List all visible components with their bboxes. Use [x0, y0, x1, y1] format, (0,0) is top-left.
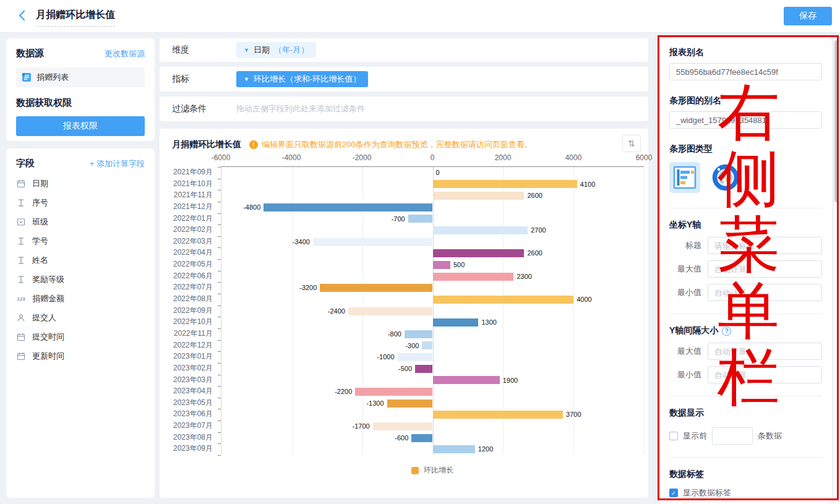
bar[interactable] [387, 399, 433, 408]
show-first-checkbox[interactable] [669, 432, 678, 440]
bar-value-label: -1000 [377, 351, 394, 363]
y-category-label: 2022年02月 [173, 224, 213, 236]
panel-scrollbar-track [834, 38, 839, 504]
bar[interactable] [433, 261, 450, 269]
field-item[interactable]: 更新时间 [16, 347, 145, 365]
report-alias-input[interactable] [669, 63, 822, 80]
y-title-input[interactable] [708, 237, 822, 254]
bar[interactable] [348, 307, 433, 315]
bar[interactable] [433, 445, 475, 453]
field-item[interactable]: 班级 [16, 213, 145, 231]
bar[interactable] [433, 180, 577, 188]
fields-card: 字段 + 添加计算字段 日期序号班级学号姓名奖励等级123捐赠金额提交人提交时间… [6, 148, 155, 498]
bar[interactable] [398, 353, 433, 361]
y-category-label: 2023年01月 [173, 351, 213, 362]
bar[interactable] [433, 249, 525, 257]
field-item[interactable]: 学号 [16, 232, 145, 250]
dimension-tag[interactable]: ▼ 日期（年-月） [236, 42, 316, 58]
field-item[interactable]: 姓名 [16, 251, 145, 270]
x-tick-label: -6000 [212, 153, 231, 162]
bar[interactable] [433, 226, 528, 234]
bar[interactable] [373, 422, 433, 430]
y-axis-tick [218, 375, 221, 375]
interval-max-input[interactable] [708, 343, 822, 360]
metric-tag[interactable]: ▼ 环比增长（求和-环比增长值） [236, 71, 368, 87]
report-permission-button[interactable]: 报表权限 [16, 116, 145, 136]
interval-max-label: 最大值 [669, 346, 701, 357]
widget-alias-input[interactable] [669, 111, 822, 129]
divider [669, 314, 822, 314]
text-icon [16, 236, 26, 246]
y-category-label: 2021年11月 [174, 189, 213, 201]
save-button[interactable]: 保存 [784, 7, 832, 25]
interval-min-input[interactable] [708, 366, 822, 383]
bar-value-label: 500 [453, 259, 465, 271]
bar-plot: 041002600-4800-7002700-340026005002300-3… [221, 166, 644, 455]
bar[interactable] [433, 411, 564, 419]
legend-label: 环比增长 [424, 465, 453, 476]
y-axis-labels: 2021年09月2021年10月2021年11月2021年12月2022年01月… [160, 166, 216, 455]
bar[interactable] [433, 296, 574, 304]
y-min-input[interactable] [708, 284, 822, 301]
bar[interactable] [433, 192, 525, 200]
y-min-label: 最小值 [669, 287, 701, 298]
x-tick-label: 0 [431, 153, 435, 162]
y-axis-tick [218, 421, 221, 421]
bar-chart-type-icon[interactable] [669, 162, 700, 195]
show-data-label-text: 显示数据标签 [683, 487, 731, 498]
row-count-input[interactable] [712, 427, 753, 445]
filter-row[interactable]: 过滤条件 拖动左侧字段到此处来添加过滤条件 [160, 96, 648, 121]
bar-value-label: 3700 [566, 409, 581, 421]
y-axis-tick [218, 282, 221, 283]
field-item-label: 提交时间 [32, 331, 64, 343]
y-category-label: 2021年10月 [173, 178, 213, 190]
field-item[interactable]: 提交人 [16, 309, 145, 327]
field-item[interactable]: 奖励等级 [16, 270, 145, 289]
bar[interactable] [433, 376, 500, 384]
bar-value-label: -800 [388, 328, 401, 340]
y-axis-tick [218, 271, 221, 271]
y-axis-tick [218, 167, 221, 168]
bar[interactable] [411, 434, 432, 442]
document-icon [22, 72, 32, 82]
chevron-down-icon: ▼ [244, 48, 249, 53]
divider [669, 208, 822, 208]
bar[interactable] [408, 215, 433, 223]
bar[interactable] [433, 273, 514, 281]
datasource-item[interactable]: 捐赠列表 [16, 67, 145, 87]
y-axis-tick [218, 386, 221, 387]
bar[interactable] [313, 238, 433, 246]
sort-button[interactable]: ⇅ [622, 135, 641, 152]
change-datasource-link[interactable]: 更改数据源 [105, 48, 145, 59]
bar[interactable] [433, 318, 479, 327]
bar[interactable] [264, 203, 432, 211]
widget-alias-title: 条形图的别名 [669, 95, 822, 106]
field-item[interactable]: 日期 [16, 174, 145, 193]
back-icon[interactable] [16, 9, 30, 22]
field-item[interactable]: 123捐赠金额 [16, 289, 145, 308]
help-icon[interactable]: ? [722, 327, 731, 336]
bar[interactable] [405, 330, 433, 338]
y-max-input[interactable] [708, 260, 822, 278]
field-item[interactable]: 序号 [16, 194, 145, 212]
show-data-label-checkbox[interactable]: ✓ [669, 489, 678, 497]
bar-value-label: 1300 [481, 317, 496, 328]
bar[interactable] [415, 365, 432, 373]
field-item-label: 奖励等级 [32, 274, 64, 285]
add-calc-field-link[interactable]: + 添加计算字段 [90, 158, 145, 169]
dimension-tag-main: 日期 [254, 45, 270, 56]
count-suffix-label: 条数据 [758, 430, 782, 442]
metric-tag-label: 环比增长（求和-环比增长值） [254, 74, 361, 85]
y-axis-tick [218, 351, 221, 352]
bar[interactable] [320, 284, 432, 292]
bar[interactable] [422, 341, 432, 349]
radial-chart-type-icon[interactable] [711, 163, 740, 194]
bar-value-label: -500 [398, 363, 412, 375]
field-item[interactable]: 提交时间 [16, 328, 145, 346]
datasource-item-label: 捐赠列表 [36, 72, 69, 83]
panel-scrollbar-thumb[interactable] [834, 40, 839, 202]
gridline [644, 167, 645, 455]
bar[interactable] [355, 388, 432, 396]
legend-item[interactable]: 环比增长 [221, 465, 644, 476]
bar-value-label: -2400 [328, 305, 345, 317]
